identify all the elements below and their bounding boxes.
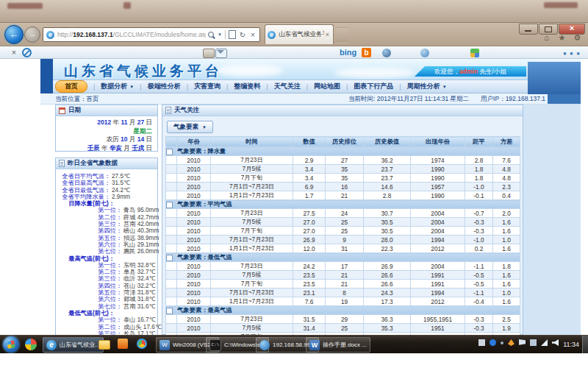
nav-item[interactable]: 网站地图 — [314, 82, 340, 91]
bing-badge-icon[interactable]: b — [362, 48, 371, 57]
nav-item[interactable]: 灾害查询 — [194, 82, 220, 91]
table-row[interactable]: 20107月5候31.42535.31951-0.31.9 — [166, 324, 520, 333]
row-checkbox[interactable] — [166, 308, 173, 314]
table-cell: 2010 — [177, 315, 211, 324]
taskbar-task[interactable]: e山东省气候业... — [43, 337, 104, 353]
pinned-app-icon[interactable] — [25, 339, 37, 350]
table-row[interactable]: 20107月5候27.02530.52004-0.31.6 — [166, 218, 520, 227]
table-cell: 2010 — [177, 297, 211, 306]
table-row[interactable]: 20107月1日~7月23日23.1824.31994-1.11.0 — [166, 289, 520, 297]
nav-item[interactable]: 整编资料 — [234, 82, 260, 91]
table-cell: 2010 — [177, 262, 211, 271]
weather-summary-header: 昨日全省气象数据 — [56, 158, 157, 169]
table-row[interactable]: 20101月1日~7月23日1.7212.81990-0.10.4 — [166, 191, 520, 200]
stop-icon[interactable]: × — [248, 29, 258, 40]
table-row[interactable]: 20107月23日31.52936.31955,1951-0.32.5 — [166, 315, 520, 324]
mail-icon[interactable] — [215, 49, 227, 58]
table-row[interactable]: 20107月下旬27.02530.52004-0.31.6 — [166, 227, 520, 236]
background-window — [0, 0, 588, 22]
back-button[interactable]: ← — [4, 25, 24, 44]
chevron-down-icon: ▼ — [442, 85, 447, 89]
refresh-icon[interactable]: ↻ — [237, 29, 248, 40]
network-icon[interactable] — [541, 339, 548, 346]
page-viewport: 山东省气候业务平台 欢迎您，admin 先生/小姐 首页|数据分析▼|极端性分析… — [0, 59, 588, 335]
home-icon[interactable]: ⌂ — [542, 33, 551, 43]
row-checkbox[interactable] — [166, 202, 173, 208]
favorites-star-icon[interactable]: ★ — [557, 33, 567, 43]
table-cell: 36.2 — [364, 156, 411, 165]
row-checkbox[interactable] — [166, 255, 173, 261]
taskbar-clock[interactable]: 11:34 — [563, 341, 579, 348]
pinned-app-icon[interactable] — [118, 339, 128, 349]
messenger-icon[interactable] — [490, 339, 496, 346]
browser-tab[interactable]: e 山东省气候业务平... × — [265, 24, 334, 44]
more-addons-icon[interactable]: ● ● ● — [563, 50, 581, 57]
document-icon — [165, 107, 171, 114]
search-dropdown-icon[interactable]: ▼ — [218, 32, 222, 37]
table-row[interactable]: 20107月23日2.92736.219742.87.6 — [166, 156, 520, 165]
table-cell: 24.2 — [293, 262, 326, 271]
nav-item[interactable]: 图表下行产品 — [354, 82, 393, 91]
blocker-icon[interactable] — [22, 48, 32, 57]
site-title: 山东省气候业务平台 — [64, 62, 223, 81]
card-reader-icon[interactable] — [203, 49, 215, 58]
table-cell: 1974 — [411, 156, 465, 165]
share-icon[interactable] — [470, 49, 479, 57]
minimize-button[interactable] — [519, 24, 538, 35]
table-cell: 30.7 — [364, 209, 411, 218]
bottom-margin — [0, 353, 588, 368]
table-cell: 1.6 — [493, 244, 520, 253]
volume-icon[interactable] — [552, 339, 559, 346]
compatibility-view-icon[interactable] — [227, 29, 237, 40]
show-desktop-button[interactable] — [582, 336, 588, 354]
table-row[interactable]: 20107月5候3.43523.719901.84.8 — [166, 165, 520, 174]
task-label: 操作手册.docx ... — [323, 341, 367, 349]
table-row[interactable]: 20107月下旬3.43523.719901.84.8 — [166, 174, 520, 183]
table-cell: 2012 — [411, 297, 465, 306]
address-bar[interactable]: e http://192.168.137.1/GLCCLIMATE/module… — [43, 27, 260, 42]
forward-button[interactable]: → — [24, 26, 40, 43]
table-row[interactable]: 20101月1日~7月23日7.61917.32012-0.41.6 — [166, 297, 520, 306]
nav-item[interactable]: 首页 — [55, 80, 87, 93]
table-row[interactable]: 20107月23日27.52430.72004-0.72.0 — [166, 209, 520, 218]
flame-icon[interactable] — [508, 339, 514, 346]
bing-logo[interactable]: bing — [340, 48, 356, 57]
usb-icon[interactable] — [530, 339, 537, 346]
flag-icon[interactable] — [519, 339, 526, 346]
nav-item[interactable]: 周期性分析▼ — [407, 82, 447, 91]
table-cell: -0.3 — [465, 315, 493, 324]
pinned-app-icon[interactable] — [98, 340, 110, 350]
table-cell: 22.3 — [364, 244, 411, 253]
search-icon[interactable] — [206, 29, 216, 40]
calendar-panel: 日期 2012 年 11 月 27 日星期二农历 10 月 14 日壬辰 年 辛… — [55, 105, 158, 152]
nav-item[interactable]: 极端性分析 — [148, 82, 181, 91]
table-cell: 26.6 — [364, 271, 411, 280]
table-row[interactable]: 20101月1日~7月23日12.03122.320120.21.6 — [166, 244, 520, 253]
table-row[interactable]: 20107月1日~7月23日6.91614.61957-1.02.3 — [166, 183, 520, 191]
table-cell: 2.9 — [293, 156, 326, 165]
input-indicator-icon[interactable] — [478, 339, 485, 346]
taskbar-task[interactable]: W操作手册.docx ... — [306, 337, 370, 353]
table-cell: 2010 — [177, 236, 211, 244]
nav-item[interactable]: 天气关注 — [274, 82, 301, 91]
update-icon[interactable] — [501, 342, 503, 344]
element-dropdown-button[interactable]: 气象要素▼ — [167, 121, 213, 133]
new-tab-button[interactable] — [335, 27, 348, 43]
url-text[interactable]: http://192.168.137.1/GLCCLIMATE/modules/… — [57, 31, 206, 38]
snapshot-icon[interactable] — [382, 49, 391, 57]
start-button[interactable] — [3, 336, 19, 353]
messenger-icon[interactable] — [420, 49, 429, 57]
system-tray — [478, 339, 559, 346]
tab-close-icon[interactable]: × — [324, 31, 331, 38]
table-row[interactable]: 20107月1日~7月23日26.9928.01994-1.01.0 — [166, 236, 520, 244]
table-row[interactable]: 20107月5候23.52126.61991-0.51.6 — [166, 271, 520, 280]
pinned-app-icon[interactable] — [137, 339, 147, 349]
table-row[interactable]: 20107月下旬23.52126.61991-0.51.6 — [166, 280, 520, 289]
table-cell: 24.3 — [364, 289, 411, 297]
settings-gear-icon[interactable]: ⚙ — [573, 33, 582, 43]
table-cell: 26.9 — [364, 262, 411, 271]
close-bar-icon[interactable]: × — [12, 49, 16, 57]
nav-item[interactable]: 数据分析▼ — [101, 82, 134, 91]
table-row[interactable]: 20107月23日24.21726.92004-1.11.8 — [166, 262, 520, 271]
row-checkbox[interactable] — [166, 149, 173, 155]
